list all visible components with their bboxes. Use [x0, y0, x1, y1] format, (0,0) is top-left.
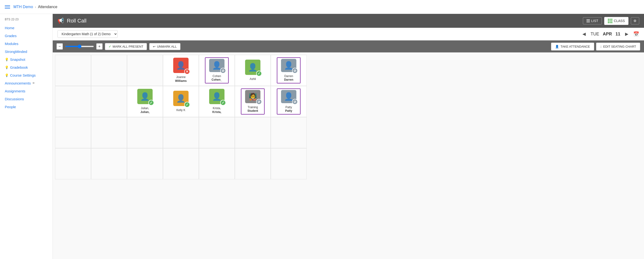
sidebar-term: BTS 22-23 [0, 18, 52, 24]
student-card-krista[interactable]: 👤 ✓ Krista,Krista, [205, 88, 229, 115]
sidebar-item-people[interactable]: People [0, 103, 52, 111]
rollcall-header: 📢 Roll Call LIST [53, 14, 644, 28]
name-cohen: CohenCohen_ [212, 74, 222, 82]
name-patty: PattyPatty [285, 106, 292, 113]
student-card-ashli[interactable]: 👤 ✓ Ashli [241, 57, 265, 83]
sidebar-item-snapshot-label: Snapshot [10, 57, 25, 61]
student-card-training[interactable]: 🧑‍🏫 ⊘ TrainingStudent [241, 88, 265, 115]
avatar-cohen: 👤 ⊘ [209, 59, 224, 72]
sidebar-item-modules[interactable]: Modules [0, 40, 52, 48]
avatar-julian: 👤 ✓ [137, 89, 152, 104]
seat-empty-r2c2 [91, 86, 127, 117]
name-krista: Krista,Krista, [212, 106, 221, 114]
sidebar-item-snapshot[interactable]: 💡 Snapshot [0, 55, 52, 63]
seat-empty-r3c6 [235, 117, 271, 148]
nav-app-link[interactable]: MTH Demo [14, 5, 33, 9]
settings-button[interactable]: ⚙ [631, 17, 639, 24]
sidebar-item-strongminded[interactable]: StrongMinded [0, 48, 52, 55]
sidebar-item-gradebook[interactable]: 💡 Gradebook [0, 63, 52, 71]
bulb-icon-course-settings: 💡 [5, 73, 8, 77]
sidebar-item-course-settings[interactable]: 💡 Course Settings [0, 71, 52, 79]
name-ashli: Ashli [250, 77, 256, 81]
rollcall-title-text: Roll Call [67, 18, 86, 24]
seat-empty-r3c4 [163, 117, 199, 148]
student-card-cohen[interactable]: 👤 ⊘ CohenCohen_ [205, 57, 229, 83]
bulb-icon-snapshot: 💡 [5, 58, 8, 61]
breadcrumb-separator: › [35, 5, 36, 9]
badge-ashli: ✓ [256, 71, 262, 76]
sidebar-item-grades[interactable]: Grades [0, 32, 52, 40]
student-card-patty[interactable]: 👤 ⊘ PattyPatty [277, 88, 301, 115]
class-view-button[interactable]: CLASS [604, 17, 628, 25]
student-card-darren[interactable]: 👤 ⊘ DarrenDarren [277, 57, 301, 83]
grid-icon [608, 19, 612, 23]
seat-patty[interactable]: 👤 ⊘ PattyPatty [271, 86, 307, 117]
sidebar-item-discussions[interactable]: Discussions [0, 95, 52, 103]
day-of-week: TUE [590, 32, 599, 36]
avatar-icon-kelly: 👤 [176, 94, 186, 103]
seat-joanne[interactable]: 👤 ✕ JoanneWilliams [163, 55, 199, 86]
seat-julian[interactable]: 👤 ✓ Julian,Julian, [127, 86, 163, 117]
seat-empty-r4c7 [271, 148, 307, 179]
zoom-in-button[interactable]: + [96, 43, 102, 49]
seat-empty-r4c5 [199, 148, 235, 179]
badge-joanne: ✕ [184, 69, 190, 74]
student-card-joanne[interactable]: 👤 ✕ JoanneWilliams [169, 57, 193, 83]
take-attendance-button[interactable]: 👤 TAKE ATTENDANCE [551, 43, 594, 50]
toolbar-right: 👤 TAKE ATTENDANCE :: EDIT SEATING CHART [551, 43, 640, 50]
edit-seating-label: EDIT SEATING CHART [603, 45, 636, 48]
zoom-slider[interactable] [65, 46, 94, 47]
seat-empty-r3c7 [271, 117, 307, 148]
sidebar-item-home[interactable]: Home [0, 24, 52, 32]
avatar-icon-cohen: 👤 [212, 61, 222, 70]
seat-cohen[interactable]: 👤 ⊘ CohenCohen_ [199, 55, 235, 86]
next-date-button[interactable]: ▶ [623, 30, 630, 37]
name-kelly: Kelly K [176, 108, 185, 112]
hamburger-menu[interactable] [5, 5, 10, 9]
name-julian: Julian,Julian, [140, 106, 150, 114]
mark-all-present-button[interactable]: ✓ MARK ALL PRESENT [105, 43, 147, 50]
seat-kelly[interactable]: 👤 ✓ Kelly K [163, 86, 199, 117]
seating-chart: 👤 ✕ JoanneWilliams 👤 ⊘ CohenCohen_ [53, 52, 644, 259]
seat-empty-r1c2 [91, 55, 127, 86]
calendar-button[interactable]: 📅 [633, 31, 639, 37]
main-layout: BTS 22-23 Home Grades Modules StrongMind… [0, 14, 644, 259]
list-view-button[interactable]: LIST [583, 17, 602, 24]
rollcall-title: 📢 Roll Call [58, 18, 86, 24]
seat-empty-r4c6 [235, 148, 271, 179]
sidebar-item-gradebook-label: Gradebook [10, 65, 28, 69]
unmark-all-button[interactable]: ↩ UNMARK ALL [149, 43, 180, 50]
student-card-julian[interactable]: 👤 ✓ Julian,Julian, [133, 88, 157, 115]
student-card-kelly[interactable]: 👤 ✓ Kelly K [169, 88, 193, 115]
course-select[interactable]: Kindergarten Math (1 of 2) Demo [58, 30, 118, 38]
avatar-icon-julian: 👤 [140, 92, 150, 101]
sidebar-item-assignments[interactable]: Assignments [0, 87, 52, 95]
rollcall-controls: LIST CLASS ⚙ [583, 17, 640, 25]
avatar-kelly: 👤 ✓ [173, 91, 188, 106]
seat-empty-r2c1 [55, 86, 91, 117]
edit-seating-button[interactable]: :: EDIT SEATING CHART [596, 43, 640, 50]
avatar-patty: 👤 ⊘ [281, 90, 296, 103]
seat-empty-r4c4 [163, 148, 199, 179]
seat-ashli[interactable]: 👤 ✓ Ashli [235, 55, 271, 86]
sidebar-item-announcements[interactable]: Announcements 👁 [0, 79, 52, 87]
check-icon: ✓ [108, 45, 111, 48]
badge-krista: ✓ [220, 100, 226, 106]
prev-date-button[interactable]: ◀ [580, 30, 588, 37]
content-area: 📢 Roll Call LIST [53, 14, 644, 259]
take-attendance-label: TAKE ATTENDANCE [560, 45, 590, 48]
seat-darren[interactable]: 👤 ⊘ DarrenDarren [271, 55, 307, 86]
avatar-icon-darren: 👤 [284, 61, 294, 70]
badge-darren: ⊘ [292, 68, 298, 73]
sidebar-item-announcements-label: Announcements [5, 81, 31, 85]
mark-all-present-label: MARK ALL PRESENT [112, 45, 143, 48]
name-darren: DarrenDarren [284, 74, 294, 82]
seat-training[interactable]: 🧑‍🏫 ⊘ TrainingStudent [235, 86, 271, 117]
seat-krista[interactable]: 👤 ✓ Krista,Krista, [199, 86, 235, 117]
avatar-krista: 👤 ✓ [209, 89, 224, 104]
person-icon: 👤 [555, 45, 559, 48]
name-joanne: JoanneWilliams [175, 75, 187, 83]
zoom-out-button[interactable]: − [56, 43, 63, 49]
avatar-icon-joanne: 👤 [176, 61, 186, 70]
date-nav: ◀ TUE APR 11 ▶ 📅 [580, 30, 639, 37]
